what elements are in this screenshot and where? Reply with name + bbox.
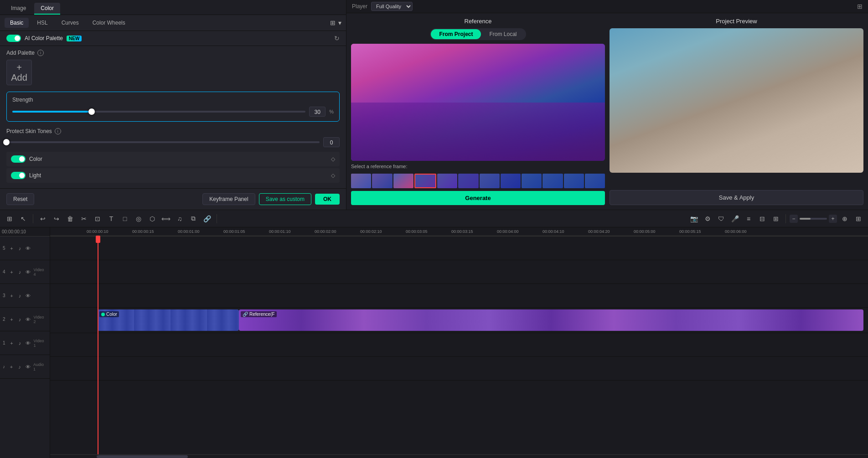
track-5-add[interactable]: + [8,245,16,252]
track-1-eye[interactable]: 👁 [25,340,32,347]
from-project-tab[interactable]: From Project [431,29,481,39]
track-1-add[interactable]: + [8,340,16,347]
mic-icon[interactable]: 🎤 [729,213,741,225]
tab-color[interactable]: Color [34,3,60,15]
shape-icon[interactable]: ◎ [133,213,145,225]
ref-frame-9[interactable] [522,174,542,188]
from-local-tab[interactable]: From Local [481,29,525,39]
light-toggle[interactable] [11,172,26,179]
track-a1-eye[interactable]: 👁 [24,363,31,371]
more-icon[interactable]: ⊞ [770,213,782,225]
ref-frame-10[interactable] [542,174,563,188]
ref-frame-3[interactable] [393,174,413,188]
reference-clip[interactable]: 🔗 Reference(F [239,309,863,331]
keyframe-panel-button[interactable]: Keyframe Panel [202,193,255,205]
crop-icon[interactable]: ⊡ [92,213,103,225]
save-custom-button[interactable]: Save as custom [259,193,311,205]
track-2-eye[interactable]: 👁 [25,316,32,323]
subtab-basic[interactable]: Basic [5,18,29,28]
split-view-icon[interactable]: ⊞ [330,19,336,26]
ref-frame-12[interactable] [585,174,605,188]
adjust-icon[interactable]: ⟺ [160,213,172,225]
track-row-4: 4 + ♪ 👁 Video 4 [0,260,50,284]
ref-frame-1[interactable] [351,174,371,188]
ok-button[interactable]: OK [315,194,340,205]
track-4-add[interactable]: + [8,268,16,276]
ref-frame-11[interactable] [564,174,584,188]
subtitle-icon[interactable]: ⊟ [756,213,768,225]
protect-skin-info-icon[interactable]: i [55,128,61,134]
save-apply-button[interactable]: Save & Apply [610,190,863,205]
add-track-icon[interactable]: ⊕ [839,213,851,225]
reset-button[interactable]: Reset [6,193,34,205]
track-row-2: 2 + ♪ 👁 Video 2 [0,308,50,331]
color-clip[interactable]: Color [98,309,239,331]
track-3-eye[interactable]: 👁 [25,292,32,299]
color-keyframe-icon[interactable]: ◇ [331,156,335,162]
audio-icon[interactable]: ♫ [174,213,186,225]
ref-frame-8[interactable] [501,174,521,188]
track-2-add[interactable]: + [8,316,16,323]
ref-frame-2[interactable] [372,174,392,188]
filter-icon[interactable]: ⬡ [146,213,158,225]
light-row[interactable]: Light ◇ [6,168,340,183]
rect-icon[interactable]: □ [119,213,131,225]
strength-slider[interactable] [12,111,305,113]
link-icon[interactable]: 🔗 [201,213,213,225]
quality-select[interactable]: Full Quality Half Quality [371,2,413,11]
ref-frame-5[interactable] [437,174,457,188]
subtab-hsl[interactable]: HSL [31,18,53,28]
track-5-eye[interactable]: 👁 [25,245,32,252]
ref-frame-6[interactable] [458,174,478,188]
snap-icon[interactable]: ⊞ [4,213,16,225]
generate-button[interactable]: Generate [351,191,605,205]
subtab-curves[interactable]: Curves [56,18,84,28]
ai-palette-toggle[interactable] [6,35,21,42]
expand-icon[interactable]: ▾ [338,19,341,26]
zoom-out-button[interactable]: − [790,215,798,223]
undo-icon[interactable]: ↩ [37,213,49,225]
cut-icon[interactable]: ✂ [78,213,90,225]
delete-icon[interactable]: 🗑 [64,213,76,225]
copy-icon[interactable]: ⧉ [187,213,199,225]
protect-skin-slider[interactable] [6,141,320,143]
add-palette-info-icon[interactable]: i [37,50,44,56]
text-icon[interactable]: T [105,213,117,225]
grid-icon[interactable]: ⊞ [852,213,864,225]
playhead[interactable] [98,237,98,454]
track-4-audio[interactable]: ♪ [16,268,24,276]
add-palette-button[interactable]: + Add [6,60,32,85]
light-keyframe-icon[interactable]: ◇ [331,172,335,179]
preview-title: Project Preview [610,18,863,25]
settings2-icon[interactable]: ⚙ [702,213,713,225]
tab-image[interactable]: Image [5,3,32,15]
shield-icon[interactable]: 🛡 [715,213,727,225]
caption-icon[interactable]: ≡ [743,213,754,225]
subtab-color-wheels[interactable]: Color Wheels [87,18,131,28]
track-1-audio[interactable]: ♪ [16,340,24,347]
track-3-audio[interactable]: ♪ [16,292,24,299]
track-4-eye[interactable]: 👁 [25,268,32,276]
timeline-track-4 [50,260,868,284]
ref-frame-4[interactable] [414,174,436,188]
zoom-track[interactable] [800,218,827,220]
track-2-audio[interactable]: ♪ [16,316,24,323]
layout-icon[interactable]: ⊞ [857,3,863,10]
horizontal-scrollbar[interactable] [50,454,868,458]
track-a1-audio[interactable]: ♪ [16,363,23,371]
refresh-icon[interactable]: ↻ [334,35,340,42]
scrollbar-thumb[interactable] [97,455,188,458]
track-a1-add[interactable]: + [8,363,15,371]
ref-frame-7[interactable] [480,174,500,188]
camera-icon[interactable]: 📷 [688,213,700,225]
playhead-handle[interactable] [96,236,100,243]
ruler-bar[interactable]: 00:00:00:10 00:00:00:15 00:00:01:00 00:0… [50,227,868,237]
track-5-audio[interactable]: ♪ [16,245,24,252]
redo-icon[interactable]: ↪ [51,213,62,225]
track-3-add[interactable]: + [8,292,16,299]
color-toggle[interactable] [11,155,26,163]
select-icon[interactable]: ↖ [17,213,29,225]
reference-title: Reference [351,18,605,25]
color-row[interactable]: Color ◇ [6,152,340,166]
zoom-in-button[interactable]: + [829,215,837,223]
